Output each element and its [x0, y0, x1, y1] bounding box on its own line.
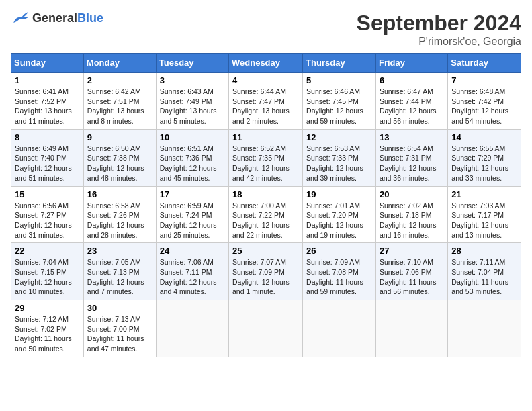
day-number: 16 [87, 189, 152, 199]
cell-text: Sunrise: 7:01 AMSunset: 7:20 PMDaylight:… [306, 201, 372, 240]
cell-text: Sunrise: 6:55 AMSunset: 7:29 PMDaylight:… [451, 144, 517, 183]
cell-text: Sunrise: 7:13 AMSunset: 7:00 PMDaylight:… [87, 314, 152, 354]
cell-text: Sunrise: 6:42 AMSunset: 7:51 PMDaylight:… [87, 87, 152, 126]
calendar-cell: 24Sunrise: 7:06 AMSunset: 7:11 PMDayligh… [156, 243, 228, 300]
logo-blue-text: Blue [77, 11, 103, 25]
day-number: 24 [160, 246, 225, 256]
cell-text: Sunrise: 7:06 AMSunset: 7:11 PMDaylight:… [160, 257, 225, 297]
calendar-cell: 13Sunrise: 6:54 AMSunset: 7:31 PMDayligh… [375, 129, 447, 186]
cell-text: Sunrise: 6:59 AMSunset: 7:24 PMDaylight:… [160, 201, 225, 240]
day-number: 25 [232, 246, 299, 256]
cell-text: Sunrise: 7:09 AMSunset: 7:08 PMDaylight:… [306, 257, 372, 297]
day-number: 9 [87, 132, 152, 142]
day-number: 3 [160, 75, 225, 85]
cell-text: Sunrise: 6:41 AMSunset: 7:52 PMDaylight:… [15, 87, 80, 126]
calendar-week-row: 15Sunrise: 6:56 AMSunset: 7:27 PMDayligh… [11, 186, 521, 243]
cell-text: Sunrise: 7:05 AMSunset: 7:13 PMDaylight:… [87, 257, 152, 297]
month-title: September 2024 [357, 11, 521, 36]
cell-text: Sunrise: 7:04 AMSunset: 7:15 PMDaylight:… [15, 257, 80, 297]
calendar-cell: 26Sunrise: 7:09 AMSunset: 7:08 PMDayligh… [303, 243, 376, 300]
day-number: 19 [306, 189, 372, 199]
day-number: 11 [232, 132, 299, 142]
cell-text: Sunrise: 6:50 AMSunset: 7:38 PMDaylight:… [87, 144, 152, 183]
weekday-header-monday: Monday [83, 54, 156, 73]
day-number: 2 [87, 75, 152, 85]
cell-text: Sunrise: 6:56 AMSunset: 7:27 PMDaylight:… [15, 201, 80, 240]
calendar-cell: 2Sunrise: 6:42 AMSunset: 7:51 PMDaylight… [83, 73, 156, 130]
logo-bird-icon [11, 11, 30, 26]
calendar-cell: 6Sunrise: 6:47 AMSunset: 7:44 PMDaylight… [375, 73, 447, 130]
calendar-cell: 7Sunrise: 6:48 AMSunset: 7:42 PMDaylight… [448, 73, 521, 130]
calendar-week-row: 29Sunrise: 7:12 AMSunset: 7:02 PMDayligh… [11, 300, 521, 357]
cell-text: Sunrise: 7:11 AMSunset: 7:04 PMDaylight:… [451, 257, 517, 297]
calendar-cell: 27Sunrise: 7:10 AMSunset: 7:06 PMDayligh… [375, 243, 447, 300]
calendar-table: SundayMondayTuesdayWednesdayThursdayFrid… [11, 53, 521, 357]
day-number: 20 [380, 189, 444, 199]
day-number: 22 [15, 246, 80, 256]
calendar-cell [375, 300, 447, 357]
calendar-week-row: 8Sunrise: 6:49 AMSunset: 7:40 PMDaylight… [11, 129, 521, 186]
calendar-header-row: SundayMondayTuesdayWednesdayThursdayFrid… [11, 54, 521, 73]
day-number: 15 [15, 189, 80, 199]
calendar-cell: 16Sunrise: 6:58 AMSunset: 7:26 PMDayligh… [83, 186, 156, 243]
weekday-header-sunday: Sunday [11, 54, 84, 73]
cell-text: Sunrise: 7:12 AMSunset: 7:02 PMDaylight:… [15, 314, 80, 354]
calendar-cell [229, 300, 303, 357]
calendar-cell: 5Sunrise: 6:46 AMSunset: 7:45 PMDaylight… [303, 73, 376, 130]
calendar-cell: 29Sunrise: 7:12 AMSunset: 7:02 PMDayligh… [11, 300, 84, 357]
cell-text: Sunrise: 6:47 AMSunset: 7:44 PMDaylight:… [380, 87, 444, 126]
cell-text: Sunrise: 6:46 AMSunset: 7:45 PMDaylight:… [306, 87, 372, 126]
calendar-week-row: 22Sunrise: 7:04 AMSunset: 7:15 PMDayligh… [11, 243, 521, 300]
calendar-cell: 9Sunrise: 6:50 AMSunset: 7:38 PMDaylight… [83, 129, 156, 186]
calendar-cell: 4Sunrise: 6:44 AMSunset: 7:47 PMDaylight… [229, 73, 303, 130]
calendar-body: 1Sunrise: 6:41 AMSunset: 7:52 PMDaylight… [11, 73, 521, 357]
calendar-cell: 12Sunrise: 6:53 AMSunset: 7:33 PMDayligh… [303, 129, 376, 186]
day-number: 29 [15, 303, 80, 313]
cell-text: Sunrise: 6:52 AMSunset: 7:35 PMDaylight:… [232, 144, 299, 183]
weekday-header-thursday: Thursday [303, 54, 376, 73]
cell-text: Sunrise: 6:53 AMSunset: 7:33 PMDaylight:… [306, 144, 372, 183]
day-number: 30 [87, 303, 152, 313]
calendar-week-row: 1Sunrise: 6:41 AMSunset: 7:52 PMDaylight… [11, 73, 521, 130]
cell-text: Sunrise: 6:51 AMSunset: 7:36 PMDaylight:… [160, 144, 225, 183]
weekday-header-friday: Friday [375, 54, 447, 73]
cell-text: Sunrise: 6:48 AMSunset: 7:42 PMDaylight:… [451, 87, 517, 126]
calendar-cell: 10Sunrise: 6:51 AMSunset: 7:36 PMDayligh… [156, 129, 228, 186]
day-number: 6 [380, 75, 444, 85]
cell-text: Sunrise: 7:07 AMSunset: 7:09 PMDaylight:… [232, 257, 299, 297]
calendar-cell [448, 300, 521, 357]
calendar-cell: 30Sunrise: 7:13 AMSunset: 7:00 PMDayligh… [83, 300, 156, 357]
day-number: 7 [451, 75, 517, 85]
cell-text: Sunrise: 7:00 AMSunset: 7:22 PMDaylight:… [232, 201, 299, 240]
cell-text: Sunrise: 6:43 AMSunset: 7:49 PMDaylight:… [160, 87, 225, 126]
day-number: 14 [451, 132, 517, 142]
day-number: 5 [306, 75, 372, 85]
day-number: 26 [306, 246, 372, 256]
calendar-cell: 17Sunrise: 6:59 AMSunset: 7:24 PMDayligh… [156, 186, 228, 243]
weekday-header-wednesday: Wednesday [229, 54, 303, 73]
day-number: 27 [380, 246, 444, 256]
calendar-cell: 1Sunrise: 6:41 AMSunset: 7:52 PMDaylight… [11, 73, 84, 130]
calendar-cell: 25Sunrise: 7:07 AMSunset: 7:09 PMDayligh… [229, 243, 303, 300]
cell-text: Sunrise: 7:02 AMSunset: 7:18 PMDaylight:… [380, 201, 444, 240]
day-number: 13 [380, 132, 444, 142]
header: GeneralBlue September 2024 P'rimorsk'oe,… [11, 11, 521, 48]
day-number: 18 [232, 189, 299, 199]
weekday-header-tuesday: Tuesday [156, 54, 228, 73]
day-number: 4 [232, 75, 299, 85]
calendar-cell: 15Sunrise: 6:56 AMSunset: 7:27 PMDayligh… [11, 186, 84, 243]
calendar-cell: 21Sunrise: 7:03 AMSunset: 7:17 PMDayligh… [448, 186, 521, 243]
cell-text: Sunrise: 7:10 AMSunset: 7:06 PMDaylight:… [380, 257, 444, 297]
calendar-cell: 3Sunrise: 6:43 AMSunset: 7:49 PMDaylight… [156, 73, 228, 130]
title-area: September 2024 P'rimorsk'oe, Georgia [357, 11, 521, 48]
calendar-cell: 20Sunrise: 7:02 AMSunset: 7:18 PMDayligh… [375, 186, 447, 243]
cell-text: Sunrise: 6:54 AMSunset: 7:31 PMDaylight:… [380, 144, 444, 183]
logo-general-text: General [32, 11, 77, 25]
calendar-cell: 14Sunrise: 6:55 AMSunset: 7:29 PMDayligh… [448, 129, 521, 186]
day-number: 21 [451, 189, 517, 199]
day-number: 12 [306, 132, 372, 142]
day-number: 23 [87, 246, 152, 256]
logo: GeneralBlue [11, 11, 103, 26]
calendar-cell: 18Sunrise: 7:00 AMSunset: 7:22 PMDayligh… [229, 186, 303, 243]
calendar-cell: 19Sunrise: 7:01 AMSunset: 7:20 PMDayligh… [303, 186, 376, 243]
